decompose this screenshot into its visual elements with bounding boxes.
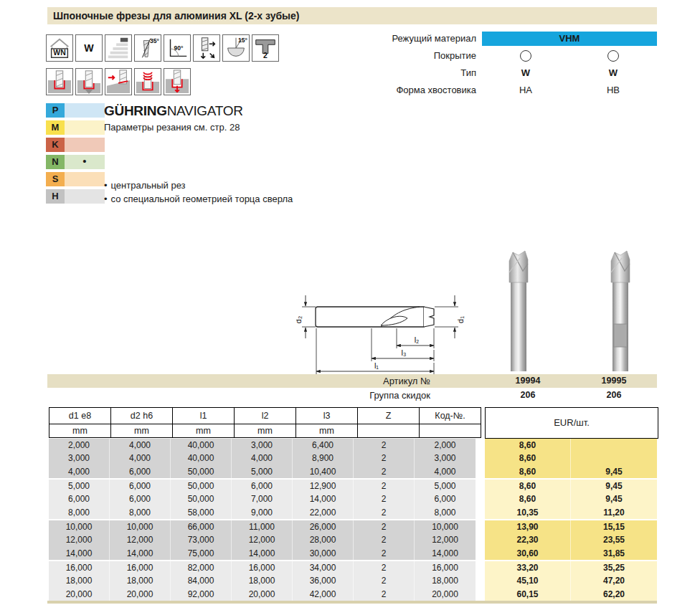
price-row: 33,2035,25 [485,561,657,574]
table-cell: 10,000 [49,520,110,533]
price-cell: 11,20 [571,506,657,519]
discount-label: Группа скидок [369,389,430,401]
table-cell: 6,000 [232,480,293,492]
slot-milling-icon [46,68,73,95]
cutting-parameters-note: Параметры резания см. стр. 28 [104,122,240,133]
table-cell: 18,000 [415,574,476,587]
price-cell: 8,60 [485,465,571,478]
price-cell: 8,60 [485,492,571,505]
table-cell: 4,000 [110,452,171,465]
info-row: Режущий материалVHM [301,32,657,46]
article-number-bar: Артикул № 19994 19995 [47,374,657,388]
table-cell: 12,900 [293,480,354,492]
spec-table-header: d1 e8d2 h6l1l2l3ZКод-№.mmmmmmmmmm [49,407,481,438]
price-cell: 45,10 [485,574,571,587]
info-row-values: WW [482,66,657,80]
table-cell: 20,000 [49,588,110,601]
table-cell: 16,000 [232,561,293,574]
table-cell: 2 [354,561,415,574]
table-cell: 14,000 [293,492,354,505]
price-cell: 9,45 [571,492,657,505]
price-cell [571,439,657,452]
table-cell: 3,000 [415,452,476,465]
info-row-label: Форма хвостовика [301,83,476,97]
endmill-feed-directions-icon [193,34,220,62]
coating-indicator [569,49,657,63]
table-cell: 3,000 [232,439,293,452]
table-cell: 16,000 [110,561,171,574]
price-row: 8,60 [485,452,657,465]
column-unit: mm [111,424,173,438]
table-cell: 4,000 [415,465,476,478]
table-cell: 11,000 [232,520,293,533]
table-cell: 2 [354,492,415,505]
info-row: ТипWW [301,66,657,80]
column-header: Код-№. [420,408,481,424]
feature-item: •со специальной геометрией торца сверла [104,192,293,206]
table-cell: 9,000 [232,506,293,519]
table-cell: 84,000 [171,574,232,587]
table-cell: 3,000 [49,452,110,465]
price-table-body: 8,608,608,609,458,609,458,609,4510,3511,… [485,439,657,601]
price-cell: 8,60 [485,480,571,492]
material-applicability-cell [65,103,105,118]
column-header: l3 [296,408,358,424]
material-code: H [46,189,65,204]
price-cell: 31,85 [571,547,657,560]
point-angle-90-icon: 90° [164,34,191,62]
info-value: W [482,66,569,80]
price-cell: 62,20 [571,588,657,601]
deg35-label: 35° [150,37,159,44]
table-cell: 12,000 [415,533,476,546]
table-cell: 10,000 [415,520,476,533]
stepped-material-icon [105,34,132,62]
table-row: 6,0006,00050,0007,00014,00026,000 [49,492,476,505]
price-cell: 9,45 [571,465,657,478]
feature-list: •центральный рез•со специальной геометри… [104,178,293,206]
table-cell: 5,000 [415,480,476,492]
l2-label: l₂ [415,335,420,344]
table-cell: 7,000 [232,492,293,505]
table-cell: 22,000 [293,506,354,519]
table-cell: 2,000 [415,439,476,452]
table-cell: 6,000 [415,492,476,505]
info-value: W [569,66,657,80]
helical-interpolation-icon [134,68,161,95]
table-cell: 92,000 [171,588,232,601]
column-unit: mm [296,424,358,438]
bullet-icon: • [104,194,108,204]
price-row: 60,1562,20 [485,588,657,601]
table-cell: 2 [354,574,415,587]
price-cell: 23,55 [571,533,657,546]
table-cell: 58,000 [171,506,232,519]
price-row: 8,60 [485,439,657,452]
table-cell: 14,000 [110,547,171,560]
column-unit: mm [173,424,235,438]
product-photo-19994 [504,249,533,373]
price-cell: 13,90 [485,520,571,533]
table-cell: 18,000 [110,574,171,587]
d2-label: d₂ [296,316,303,323]
catalog-page: Шпоночные фрезы для алюминия XL (2-х зуб… [0,0,700,605]
table-cell: 20,000 [232,588,293,601]
price-cell: 22,30 [485,533,571,546]
table-cell: 14,000 [49,547,110,560]
table-cell: 2 [354,533,415,546]
table-row: 10,00010,00066,00011,00026,000210,000 [49,520,476,533]
table-cell: 75,000 [171,547,232,560]
table-cell: 6,000 [49,492,110,505]
price-row: 13,9015,15 [485,520,657,533]
table-cell: 6,000 [110,465,171,478]
table-cell: 4,000 [49,465,110,478]
table-cell: 8,000 [49,506,110,519]
table-cell: 8,000 [110,506,171,519]
info-row-label: Режущий материал [301,32,476,46]
table-cell: 40,000 [171,439,232,452]
brand-suffix: NAVIGATOR [167,103,243,118]
deg90-label: 90° [174,44,183,52]
price-row: 8,609,45 [485,480,657,492]
table-cell: 5,000 [49,480,110,492]
table-cell: 40,000 [171,452,232,465]
material-code: N [46,155,65,169]
price-cell: 10,35 [485,506,571,519]
